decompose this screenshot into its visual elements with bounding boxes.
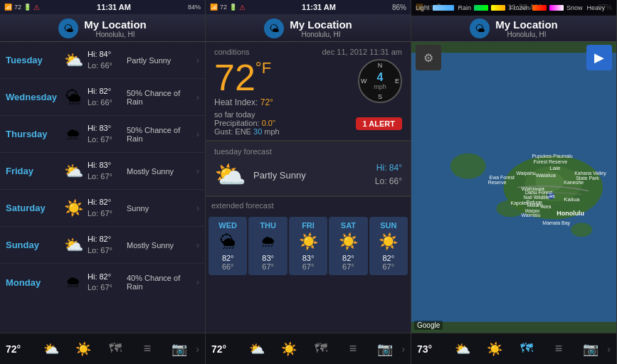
conditions-label: conditions — [214, 48, 250, 56]
tab-camera-mid[interactable]: 📷 — [369, 341, 400, 357]
hilo-monday: Hi: 82° Lo: 67° — [88, 272, 127, 294]
temp-unit: °F — [255, 59, 271, 77]
tab-sun-mid[interactable]: ☀️ — [274, 341, 305, 357]
alert-button[interactable]: 1 ALERT — [356, 117, 402, 130]
svg-text:Reserve: Reserve — [488, 180, 507, 185]
ext-wed-hi: 82° — [211, 254, 244, 262]
svg-text:Ewa Forest: Ewa Forest — [490, 175, 515, 180]
warning-icon-mid: ⚠ — [239, 4, 246, 11]
cond-tuesday: Partly Sunny — [127, 56, 196, 65]
map-play-button[interactable]: ▶ — [586, 45, 612, 70]
legend-frozen: Frozen — [510, 4, 529, 11]
status-left-middle: 📶 72 🔋 ⚠ — [210, 4, 246, 11]
big-temperature: 72 — [214, 57, 255, 98]
header-right: 🌤 My Location Honolulu, HI — [411, 14, 616, 42]
forecast-row-thursday[interactable]: Thursday 🌧 Hi: 83° Lo: 67° 50% Chance of… — [0, 116, 205, 153]
ext-sat-icon: ☀️ — [332, 232, 364, 251]
play-icon: ▶ — [594, 50, 604, 65]
svg-text:Waipio: Waipio — [524, 208, 539, 214]
ext-thu-hi: 83° — [251, 254, 284, 262]
map-section[interactable]: Waialua Wahiawa Laie Kapolei Kailua Hono… — [411, 42, 616, 333]
tuesday-description: Partly Sunny — [253, 170, 375, 181]
svg-text:State Park: State Park — [576, 176, 599, 181]
tab-weather-mid[interactable]: ⛅ — [242, 341, 273, 357]
tab-temp-mid: 72° — [211, 343, 236, 355]
extended-label: extended forecast — [209, 201, 408, 213]
ext-day-thu[interactable]: THU 🌧 83° 67° — [248, 217, 287, 275]
tab-sun-right[interactable]: ☀️ — [480, 341, 510, 357]
ext-fri-icon: ☀️ — [292, 232, 325, 251]
svg-text:Waipahu: Waipahu — [516, 171, 535, 176]
compass-e: E — [395, 77, 399, 85]
tab-arrow-left[interactable]: › — [196, 343, 199, 355]
svg-text:Kailua: Kailua — [564, 196, 580, 203]
day-saturday: Saturday — [6, 203, 59, 213]
ext-sun-hi: 82° — [372, 254, 405, 262]
tab-list-right[interactable]: ≡ — [544, 341, 574, 356]
location-subtitle-left: Honolulu, HI — [84, 31, 147, 38]
wifi-icon-mid: 📶 — [210, 4, 218, 11]
status-bar-left: 📶 72 🔋 ⚠ 11:31 AM 84% — [0, 0, 205, 14]
tab-temp-left: 72° — [6, 343, 31, 355]
precipitation-line: Precipitation: 0.0" 1 ALERT — [214, 119, 402, 127]
forecast-row-saturday[interactable]: Saturday ☀️ Hi: 82° Lo: 67° Sunny › — [0, 190, 205, 227]
icon-saturday: ☀️ — [59, 199, 88, 218]
heat-index-value: 72° — [260, 97, 273, 107]
hilo-wednesday: Hi: 82° Lo: 66° — [88, 86, 127, 108]
day-wednesday: Wednesday — [6, 92, 59, 102]
icon-thursday: 🌧 — [59, 125, 88, 144]
svg-point-4 — [571, 223, 592, 237]
forecast-row-wednesday[interactable]: Wednesday 🌦 Hi: 82° Lo: 66° 50% Chance o… — [0, 79, 205, 116]
tab-sun-left[interactable]: ☀️ — [68, 341, 99, 357]
tab-map-mid[interactable]: 🗺 — [306, 341, 337, 356]
cond-thursday: 50% Chance of Rain — [127, 126, 196, 143]
forecast-row-monday[interactable]: Monday 🌧 Hi: 82° Lo: 67° 40% Chance of R… — [0, 264, 205, 301]
forecast-row-friday[interactable]: Friday ⛅ Hi: 83° Lo: 67° Mostly Sunny › — [0, 153, 205, 190]
map-settings-button[interactable]: ⚙ — [416, 45, 441, 70]
forecast-row-tuesday[interactable]: Tuesday ⛅ Hi: 84° Lo: 66° Partly Sunny › — [0, 42, 205, 79]
tab-map-left[interactable]: 🗺 — [100, 341, 131, 356]
svg-text:Forest Reserve: Forest Reserve — [533, 159, 567, 164]
cond-saturday: Sunny — [127, 204, 196, 213]
day-tuesday: Tuesday — [6, 55, 59, 65]
extended-section: extended forecast WED 🌦 82° 66° THU 🌧 83… — [206, 197, 411, 333]
tab-camera-left[interactable]: 📷 — [164, 341, 194, 357]
time-middle: 11:31 AM — [302, 3, 336, 11]
legend-light-bar — [433, 5, 454, 11]
google-watermark: Google — [414, 321, 443, 330]
temp-section: 72°F Heat Index: 72° 4 mph N S W E — [214, 59, 402, 107]
legend-light: Light — [416, 4, 430, 11]
tab-weather-left[interactable]: ⛅ — [36, 341, 67, 357]
tab-arrow-mid[interactable]: › — [401, 343, 405, 355]
forecast-row-sunday[interactable]: Sunday ⛅ Hi: 82° Lo: 67° Mostly Sunny › — [0, 227, 205, 264]
ext-day-wed[interactable]: WED 🌦 82° 66° — [209, 217, 247, 275]
tuesday-weather-icon: ⛅ — [214, 160, 246, 190]
gust-speed: 30 — [253, 127, 262, 136]
middle-panel: 📶 72 🔋 ⚠ 11:31 AM 86% 🌤 My Location Hono… — [206, 0, 411, 364]
svg-text:Mamala Bay: Mamala Bay — [542, 220, 570, 226]
right-panel: 📶 73 🔋 ⚠ 11:33 AM 87% 🌤 My Location Hono… — [411, 0, 617, 364]
tab-list-left[interactable]: ≡ — [132, 341, 163, 356]
tab-weather-right[interactable]: ⛅ — [448, 341, 478, 357]
svg-text:Kapolei: Kapolei — [511, 200, 528, 206]
svg-text:Laie: Laie — [549, 165, 561, 171]
ext-day-fri[interactable]: FRI ☀️ 83° 67° — [289, 217, 327, 275]
header-title-left: My Location Honolulu, HI — [84, 18, 147, 38]
ext-sat-hi: 82° — [332, 254, 364, 262]
icon-wednesday: 🌦 — [59, 88, 88, 107]
tab-map-right[interactable]: 🗺 — [512, 341, 542, 356]
tab-list-mid[interactable]: ≡ — [338, 341, 369, 356]
ext-day-sun[interactable]: SUN ☀️ 82° 67° — [369, 217, 408, 275]
status-right-middle: 86% — [392, 4, 406, 11]
chevron-tuesday: › — [196, 55, 199, 65]
wifi-icon: 📶 — [4, 4, 12, 11]
header-title-mid: My Location Honolulu, HI — [290, 18, 352, 38]
ext-day-sat[interactable]: SAT ☀️ 82° 67° — [329, 217, 367, 275]
status-bar-middle: 📶 72 🔋 ⚠ 11:31 AM 86% — [206, 0, 411, 14]
tab-arrow-right[interactable]: › — [607, 343, 611, 355]
time-left: 11:31 AM — [97, 3, 131, 11]
so-far-section: so far today Precipitation: 0.0" 1 ALERT… — [214, 110, 402, 136]
tuesday-content: ⛅ Partly Sunny Hi: 84° Lo: 66° — [214, 160, 402, 190]
tab-camera-right[interactable]: 📷 — [575, 341, 606, 357]
hilo-tuesday: Hi: 84° Lo: 66° — [88, 49, 127, 71]
